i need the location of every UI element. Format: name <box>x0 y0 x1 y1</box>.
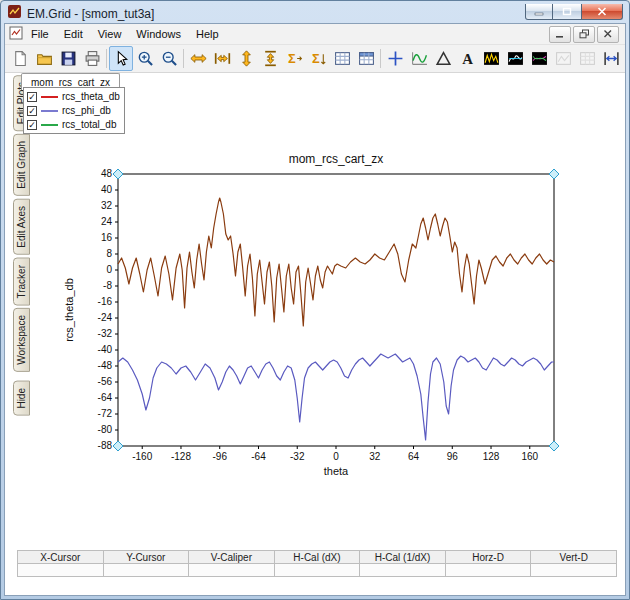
child-minimize-button[interactable] <box>549 26 571 43</box>
minimize-icon <box>534 7 544 16</box>
app-icon[interactable] <box>7 4 22 23</box>
child-close-button[interactable] <box>597 26 619 43</box>
cursor-value-cell <box>274 564 360 577</box>
axis-fit-x-button[interactable] <box>210 46 234 71</box>
sidebar-tab-tracker[interactable]: Tracker <box>13 258 30 306</box>
sidebar-tab-edit-graph[interactable]: Edit Graph <box>13 134 30 196</box>
document-icon[interactable] <box>9 26 23 42</box>
menu-edit[interactable]: Edit <box>57 26 90 42</box>
chart-canvas[interactable]: mom_rcs_cart_zx-160-128-96-64-3203264961… <box>38 148 598 498</box>
multi-plot-icon <box>531 50 548 67</box>
save-icon <box>60 50 77 67</box>
cursor-value-cell <box>531 564 617 577</box>
legend-checkbox[interactable]: ✓ <box>27 120 37 130</box>
legend-checkbox[interactable]: ✓ <box>27 106 37 116</box>
text-label-button[interactable]: A <box>455 46 479 71</box>
svg-text:-32: -32 <box>290 451 305 462</box>
axis-sum-y-icon: Σ <box>310 50 327 67</box>
open-folder-icon <box>36 50 53 67</box>
menu-windows[interactable]: Windows <box>129 26 188 42</box>
zoom-out-button[interactable] <box>157 46 181 71</box>
print-button[interactable] <box>80 46 104 71</box>
axis-fit-y-icon <box>262 50 279 67</box>
cursor-value-cell <box>445 564 531 577</box>
toolbar-separator <box>380 49 381 68</box>
toolbar-separator <box>106 49 107 68</box>
fft-plot-button[interactable] <box>479 46 503 71</box>
svg-text:Σ: Σ <box>312 51 320 66</box>
cursor-table-header-row: X-Cursor Y-Cursor V-Caliper H-Cal (dX) H… <box>18 551 617 564</box>
cursor-col-header: Vert-D <box>531 551 617 564</box>
plot-legend: ✓ rcs_theta_db ✓ rcs_phi_db ✓ rcs_total_… <box>23 87 125 134</box>
svg-text:-64: -64 <box>251 451 266 462</box>
cursor-col-header: V-Caliper <box>189 551 275 564</box>
svg-text:mom_rcs_cart_zx: mom_rcs_cart_zx <box>289 152 384 166</box>
legend-label: rcs_phi_db <box>62 105 111 116</box>
child-window-controls <box>549 26 621 43</box>
menu-file[interactable]: File <box>24 26 56 42</box>
legend-checkbox[interactable]: ✓ <box>27 92 37 102</box>
axis-sum-y-button[interactable]: Σ <box>306 46 330 71</box>
legend-label: rcs_theta_db <box>62 91 120 102</box>
minimize-button[interactable] <box>525 4 553 20</box>
caliper-button[interactable] <box>599 46 623 71</box>
legend-color-swatch <box>41 124 58 126</box>
maximize-button[interactable] <box>553 4 581 20</box>
plot-disabled-1-icon <box>555 50 572 67</box>
menu-bar: File Edit View Windows Help <box>5 24 625 45</box>
waveform-icon <box>411 50 428 67</box>
cursor-col-header: Horz-D <box>445 551 531 564</box>
open-folder-button[interactable] <box>32 46 56 71</box>
sidebar-tab-workspace[interactable]: Workspace <box>13 308 30 372</box>
menu-help[interactable]: Help <box>189 26 226 42</box>
svg-text:32: 32 <box>101 200 113 211</box>
close-icon <box>597 7 607 16</box>
zoom-in-icon <box>137 50 154 67</box>
new-file-button[interactable] <box>8 46 32 71</box>
axis-fit-y-button[interactable] <box>258 46 282 71</box>
svg-text:Σ: Σ <box>288 51 296 66</box>
data-table-icon <box>358 50 375 67</box>
pointer-icon <box>113 50 130 67</box>
svg-text:-88: -88 <box>98 440 113 451</box>
spectrum-plot-icon <box>507 50 524 67</box>
titlebar: EM.Grid - [smom_tut3a] <box>1 1 629 24</box>
child-minimize-icon <box>555 29 565 39</box>
child-restore-button[interactable] <box>573 26 595 43</box>
sidebar-tab-hide[interactable]: Hide <box>13 381 30 416</box>
data-table-button[interactable] <box>354 46 378 71</box>
pointer-select-button[interactable] <box>109 46 133 71</box>
cursor-col-header: Y-Cursor <box>103 551 189 564</box>
plot-disabled-2-button[interactable] <box>575 46 599 71</box>
grid-button[interactable] <box>330 46 354 71</box>
crosshair-icon <box>387 50 404 67</box>
svg-text:64: 64 <box>408 451 420 462</box>
axis-expand-y-button[interactable] <box>234 46 258 71</box>
multi-plot-button[interactable] <box>527 46 551 71</box>
waveform-tracker-button[interactable] <box>407 46 431 71</box>
plot-disabled-1-button[interactable] <box>551 46 575 71</box>
svg-text:24: 24 <box>101 216 113 227</box>
cursor-col-header: H-Cal (dX) <box>274 551 360 564</box>
save-button[interactable] <box>56 46 80 71</box>
client-area: File Edit View Windows Help <box>4 23 626 596</box>
delta-marker-button[interactable] <box>431 46 455 71</box>
axis-expand-x-icon <box>190 50 207 67</box>
svg-text:-96: -96 <box>213 451 228 462</box>
crosshair-button[interactable] <box>383 46 407 71</box>
fft-plot-icon <box>483 50 500 67</box>
svg-text:-56: -56 <box>98 376 113 387</box>
menu-view[interactable]: View <box>91 26 129 42</box>
axis-expand-x-button[interactable] <box>186 46 210 71</box>
svg-text:-80: -80 <box>98 424 113 435</box>
spectrum-plot-button[interactable] <box>503 46 527 71</box>
print-icon <box>84 50 101 67</box>
axis-sum-x-button[interactable]: Σ <box>282 46 306 71</box>
sidebar-tab-edit-axes[interactable]: Edit Axes <box>13 199 30 255</box>
svg-text:-48: -48 <box>98 360 113 371</box>
svg-text:96: 96 <box>447 451 459 462</box>
close-button[interactable] <box>581 4 623 20</box>
legend-item: ✓ rcs_phi_db <box>27 104 121 117</box>
axis-fit-x-icon <box>214 50 231 67</box>
zoom-in-button[interactable] <box>133 46 157 71</box>
